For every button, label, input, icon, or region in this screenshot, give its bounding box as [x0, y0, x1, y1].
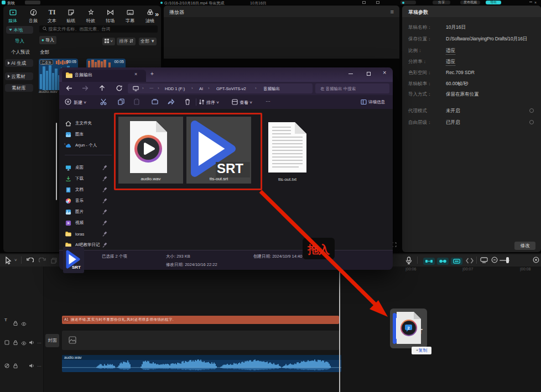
svg-text:2: 2: [407, 326, 410, 331]
